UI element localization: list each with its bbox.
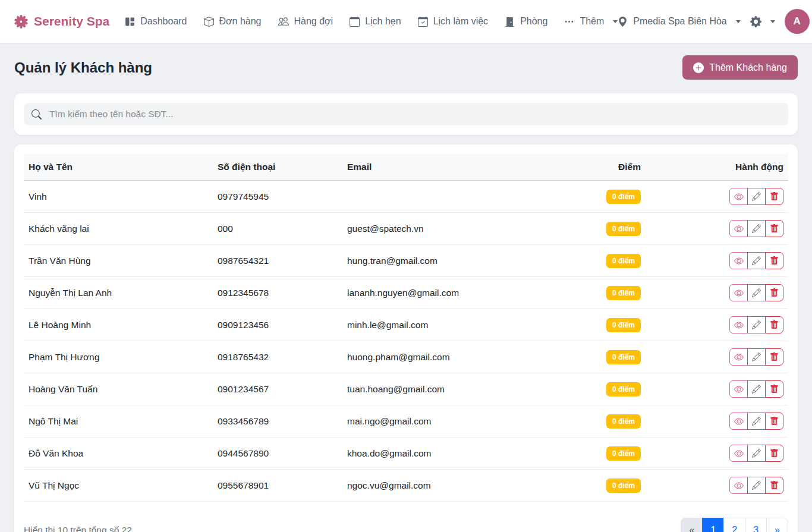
nav-item-hang-doi[interactable]: Hàng đợi bbox=[278, 16, 333, 27]
view-button[interactable] bbox=[729, 380, 748, 398]
delete-button[interactable] bbox=[765, 445, 783, 462]
view-button[interactable] bbox=[729, 316, 748, 333]
results-summary: Hiển thị 10 trên tổng số 22 bbox=[24, 525, 132, 532]
settings-menu-button[interactable] bbox=[750, 16, 775, 27]
row-actions bbox=[729, 316, 783, 333]
delete-button[interactable] bbox=[765, 220, 783, 237]
edit-button[interactable] bbox=[747, 252, 766, 269]
view-button[interactable] bbox=[729, 220, 748, 237]
points-badge: 0 điểm bbox=[606, 446, 641, 461]
delete-button[interactable] bbox=[765, 413, 783, 430]
cell-name: Nguyễn Thị Lan Anh bbox=[24, 277, 213, 309]
page-title: Quản lý Khách hàng bbox=[14, 59, 152, 76]
pagination-page-1[interactable]: 1 bbox=[702, 518, 724, 532]
row-actions bbox=[729, 252, 783, 269]
delete-button[interactable] bbox=[765, 380, 783, 398]
table-row: Đỗ Văn Khoa0944567890khoa.do@gmail.com0 … bbox=[24, 437, 788, 470]
nav-item-lich-hen[interactable]: Lịch hẹn bbox=[350, 16, 401, 27]
row-actions bbox=[729, 445, 783, 462]
delete-button[interactable] bbox=[765, 477, 783, 494]
nav-item-label: Phòng bbox=[520, 16, 547, 27]
row-actions bbox=[729, 348, 783, 366]
package-icon bbox=[204, 17, 214, 27]
header-points: Điểm bbox=[531, 154, 646, 181]
cell-actions bbox=[646, 245, 788, 277]
ellipsis-icon bbox=[564, 17, 574, 27]
view-button[interactable] bbox=[729, 348, 748, 366]
nav-item-them[interactable]: Thêm bbox=[564, 16, 618, 27]
view-button[interactable] bbox=[729, 477, 748, 494]
view-button[interactable] bbox=[729, 413, 748, 430]
cell-email: mai.ngo@gmail.com bbox=[342, 405, 531, 437]
view-button[interactable] bbox=[729, 252, 748, 269]
pagination-page-3[interactable]: 3 bbox=[745, 518, 767, 532]
table-row: Vũ Thị Ngọc0955678901ngoc.vu@gmail.com0 … bbox=[24, 470, 788, 502]
edit-button[interactable] bbox=[747, 220, 766, 237]
pagination-prev-button[interactable]: « bbox=[681, 518, 703, 532]
nav-item-dashboard[interactable]: Dashboard bbox=[125, 16, 187, 27]
pagination-next-button[interactable]: » bbox=[766, 518, 788, 532]
points-badge: 0 điểm bbox=[606, 414, 641, 429]
brand-name: Serenity Spa bbox=[34, 14, 109, 29]
cell-points: 0 điểm bbox=[531, 245, 646, 277]
header-email: Email bbox=[342, 154, 531, 181]
delete-button[interactable] bbox=[765, 284, 783, 301]
navbar: Serenity Spa DashboardĐơn hàngHàng đợiLị… bbox=[0, 0, 812, 43]
branch-label: Pmedia Spa Biên Hòa bbox=[633, 16, 726, 27]
nav-item-don-hang[interactable]: Đơn hàng bbox=[204, 16, 262, 27]
cell-points: 0 điểm bbox=[531, 373, 646, 405]
delete-button[interactable] bbox=[765, 252, 783, 269]
trash-icon bbox=[770, 288, 779, 297]
pencil-icon bbox=[752, 224, 761, 233]
view-button[interactable] bbox=[729, 284, 748, 301]
calendar-check-icon bbox=[418, 17, 428, 27]
pagination: «123» bbox=[681, 518, 788, 532]
pencil-icon bbox=[752, 256, 761, 265]
search-box[interactable] bbox=[24, 103, 788, 125]
cell-phone: 0933456789 bbox=[213, 405, 342, 437]
table-row: Phạm Thị Hương0918765432huong.pham@gmail… bbox=[24, 341, 788, 373]
eye-icon bbox=[734, 256, 744, 266]
user-avatar[interactable]: A bbox=[785, 9, 810, 34]
delete-button[interactable] bbox=[765, 316, 783, 333]
edit-button[interactable] bbox=[747, 348, 766, 366]
header-actions: Hành động bbox=[646, 154, 788, 181]
edit-button[interactable] bbox=[747, 284, 766, 301]
cell-email: hung.tran@gmail.com bbox=[342, 245, 531, 277]
view-button[interactable] bbox=[729, 445, 748, 462]
edit-button[interactable] bbox=[747, 413, 766, 430]
cell-points: 0 điểm bbox=[531, 341, 646, 373]
nav-item-lich-lam-viec[interactable]: Lịch làm việc bbox=[418, 16, 488, 27]
nav-item-phong[interactable]: Phòng bbox=[505, 16, 547, 27]
edit-button[interactable] bbox=[747, 316, 766, 333]
edit-button[interactable] bbox=[747, 380, 766, 398]
search-input[interactable] bbox=[48, 108, 780, 120]
cell-name: Đỗ Văn Khoa bbox=[24, 437, 213, 470]
cell-name: Hoàng Văn Tuấn bbox=[24, 373, 213, 405]
trash-icon bbox=[770, 352, 779, 361]
row-actions bbox=[729, 477, 783, 494]
trash-icon bbox=[770, 256, 779, 265]
points-badge: 0 điểm bbox=[606, 190, 641, 204]
pencil-icon bbox=[752, 449, 761, 458]
delete-button[interactable] bbox=[765, 348, 783, 366]
delete-button[interactable] bbox=[765, 188, 783, 205]
add-customer-button[interactable]: Thêm Khách hàng bbox=[682, 55, 798, 80]
branch-selector[interactable]: Pmedia Spa Biên Hòa bbox=[618, 16, 740, 27]
table-footer: Hiển thị 10 trên tổng số 22 «123» bbox=[24, 518, 788, 532]
edit-button[interactable] bbox=[747, 188, 766, 205]
cell-actions bbox=[646, 181, 788, 213]
edit-button[interactable] bbox=[747, 445, 766, 462]
edit-button[interactable] bbox=[747, 477, 766, 494]
view-button[interactable] bbox=[729, 188, 748, 205]
row-actions bbox=[729, 413, 783, 430]
pagination-page-2[interactable]: 2 bbox=[723, 518, 745, 532]
table-row: Trần Văn Hùng0987654321hung.tran@gmail.c… bbox=[24, 245, 788, 277]
pencil-icon bbox=[752, 320, 761, 329]
points-badge: 0 điểm bbox=[606, 382, 641, 396]
table-header-row: Họ và Tên Số điện thoại Email Điểm Hành … bbox=[24, 154, 788, 181]
cell-actions bbox=[646, 373, 788, 405]
flower-logo-icon bbox=[13, 14, 29, 30]
table-row: Hoàng Văn Tuấn0901234567tuan.hoang@gmail… bbox=[24, 373, 788, 405]
brand-link[interactable]: Serenity Spa bbox=[13, 14, 109, 30]
